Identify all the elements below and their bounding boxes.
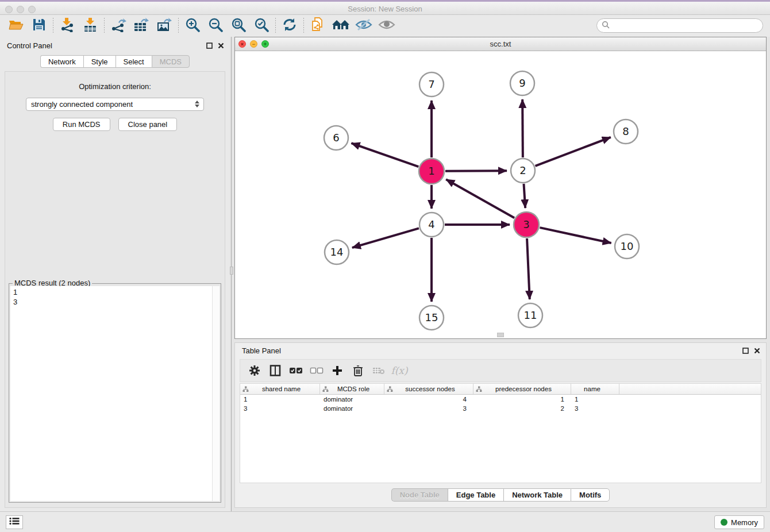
graph-edge-2-8[interactable] (536, 137, 611, 166)
table-cell[interactable]: dominator (320, 396, 384, 403)
table-cell[interactable]: 1 (571, 396, 619, 403)
clone-network-button[interactable] (306, 17, 329, 35)
mcds-result-list[interactable]: 1 3 (10, 286, 220, 501)
tab-motifs[interactable]: Motifs (571, 488, 610, 502)
toolbar-separator (303, 18, 304, 34)
hierarchy-icon (242, 386, 249, 392)
import-network-button[interactable] (56, 17, 79, 35)
hide-selected-button[interactable] (352, 17, 375, 35)
delete-columns-icon[interactable] (349, 362, 367, 379)
export-network-button[interactable] (107, 17, 130, 35)
eye-slash-icon (355, 18, 372, 34)
column-header-predecessor-nodes[interactable]: predecessor nodes (473, 384, 571, 394)
run-mcds-button[interactable]: Run MCDS (53, 118, 110, 131)
select-all-columns-icon[interactable] (287, 362, 305, 379)
zoom-fit-button[interactable] (227, 17, 250, 35)
table-row[interactable]: 1dominator411 (240, 395, 761, 404)
graph-edge-3-11[interactable] (527, 238, 530, 299)
network-canvas[interactable]: 1234678910111415 (235, 51, 766, 338)
graph-edge-3-1[interactable] (446, 179, 514, 218)
graph-edge-4-14[interactable] (352, 228, 419, 248)
table-cell[interactable]: 2 (473, 405, 571, 412)
zoom-in-icon (185, 17, 200, 34)
save-floppy-icon (32, 18, 46, 34)
canvas-resize-grip[interactable] (497, 333, 504, 337)
column-header-label: successor nodes (393, 385, 473, 392)
save-session-button[interactable] (28, 17, 51, 35)
zoom-selected-icon (254, 17, 269, 34)
result-scrollbar[interactable] (212, 286, 220, 501)
table-cell[interactable]: 3 (240, 405, 320, 412)
zoom-out-button[interactable] (204, 17, 227, 35)
tab-network-table[interactable]: Network Table (503, 488, 571, 502)
window-title: Session: New Session (0, 5, 770, 13)
export-image-button[interactable] (153, 17, 176, 35)
show-all-button[interactable] (375, 17, 398, 35)
zoom-selected-button[interactable] (250, 17, 273, 35)
splitter-grip[interactable] (230, 267, 233, 275)
column-header-successor-nodes[interactable]: successor nodes (384, 384, 473, 394)
tab-mcds[interactable]: MCDS (152, 55, 190, 68)
column-header-name[interactable]: name (571, 384, 619, 394)
close-panel-icon[interactable] (218, 41, 224, 51)
table-cell[interactable]: 1 (240, 396, 320, 403)
apply-layout-button[interactable] (278, 17, 301, 35)
column-header-label: shared name (249, 385, 319, 392)
open-session-button[interactable] (5, 17, 28, 35)
search-icon (602, 21, 610, 31)
float-panel-icon[interactable] (206, 41, 213, 51)
graph-edge-1-6[interactable] (351, 143, 418, 167)
first-neighbors-button[interactable] (329, 17, 352, 35)
graph-edge-1-2[interactable] (445, 171, 507, 171)
graph-node-label-6: 6 (333, 132, 339, 144)
node-table[interactable]: shared nameMCDS rolesuccessor nodesprede… (240, 383, 761, 483)
graph-node-label-4: 4 (428, 218, 434, 230)
create-column-icon[interactable] (329, 362, 346, 379)
tab-node-table[interactable]: Node Table (391, 488, 448, 502)
close-panel-button[interactable]: Close panel (118, 118, 178, 131)
optimization-criterion-select[interactable]: strongly connected component (26, 98, 204, 111)
gear-icon[interactable] (246, 362, 263, 379)
graph-node-label-10: 10 (621, 240, 634, 252)
graph-edge-3-10[interactable] (540, 228, 611, 243)
column-header-shared-name[interactable]: shared name (240, 384, 320, 394)
status-bar: Memory (0, 511, 770, 532)
table-cell[interactable]: 3 (571, 405, 619, 412)
table-cell[interactable]: 3 (384, 405, 473, 412)
zoom-in-button[interactable] (181, 17, 204, 35)
float-panel-icon[interactable] (742, 346, 749, 356)
tab-edge-table[interactable]: Edge Table (448, 488, 503, 502)
column-header-MCDS-role[interactable]: MCDS role (320, 384, 384, 394)
table-cell[interactable]: 1 (473, 396, 571, 403)
delete-table-icon (370, 362, 387, 379)
memory-button[interactable]: Memory (714, 515, 764, 529)
clone-network-icon (310, 17, 325, 35)
import-table-button[interactable] (79, 17, 102, 35)
search-input[interactable] (613, 21, 763, 30)
mcds-result-box: MCDS result (2 nodes) 1 3 (9, 283, 221, 503)
memory-label: Memory (731, 518, 758, 527)
graph-node-label-11: 11 (524, 309, 537, 321)
table-cell[interactable]: dominator (320, 405, 384, 412)
table-panel-tabs: Node Table Edge Table Network Table Moti… (235, 488, 766, 502)
export-table-icon (133, 17, 149, 34)
close-panel-icon[interactable] (754, 346, 760, 356)
column-layout-icon[interactable] (267, 362, 284, 379)
tab-network[interactable]: Network (40, 55, 83, 68)
graph-edge-2-3[interactable] (523, 184, 525, 208)
graph-node-label-15: 15 (425, 311, 438, 323)
table-cell[interactable]: 4 (384, 396, 473, 403)
task-history-button[interactable] (6, 515, 23, 529)
table-row[interactable]: 3dominator323 (240, 404, 761, 413)
tab-select[interactable]: Select (116, 55, 152, 68)
optimization-criterion-label: Optimization criterion: (5, 82, 225, 91)
graph-node-label-9: 9 (519, 77, 525, 89)
unselect-all-columns-icon[interactable] (308, 362, 325, 379)
search-box[interactable] (596, 18, 763, 33)
graph-edge-2-9[interactable] (522, 99, 523, 157)
export-table-button[interactable] (130, 17, 153, 35)
tab-style[interactable]: Style (83, 55, 116, 68)
list-icon (9, 517, 20, 527)
panel-splitter[interactable] (230, 37, 233, 511)
app-titlebar: Session: New Session (0, 0, 770, 15)
